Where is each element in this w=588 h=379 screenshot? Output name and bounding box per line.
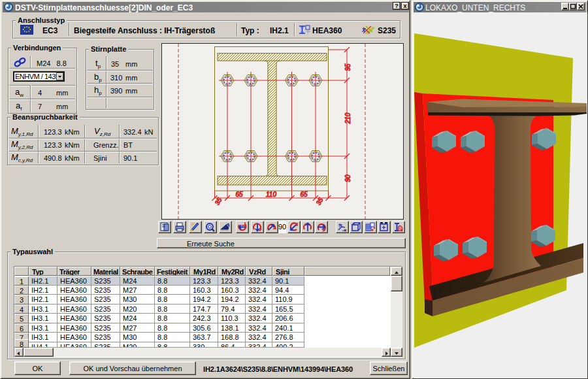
svg-text:110: 110: [266, 191, 276, 198]
svg-text:210: 210: [344, 112, 351, 124]
svg-text:P: P: [191, 222, 195, 227]
svg-text:95: 95: [344, 63, 351, 71]
svg-text:x: x: [362, 26, 366, 33]
svg-text:65: 65: [300, 191, 308, 198]
svg-text:65: 65: [235, 191, 243, 198]
svg-text:90: 90: [344, 174, 351, 182]
